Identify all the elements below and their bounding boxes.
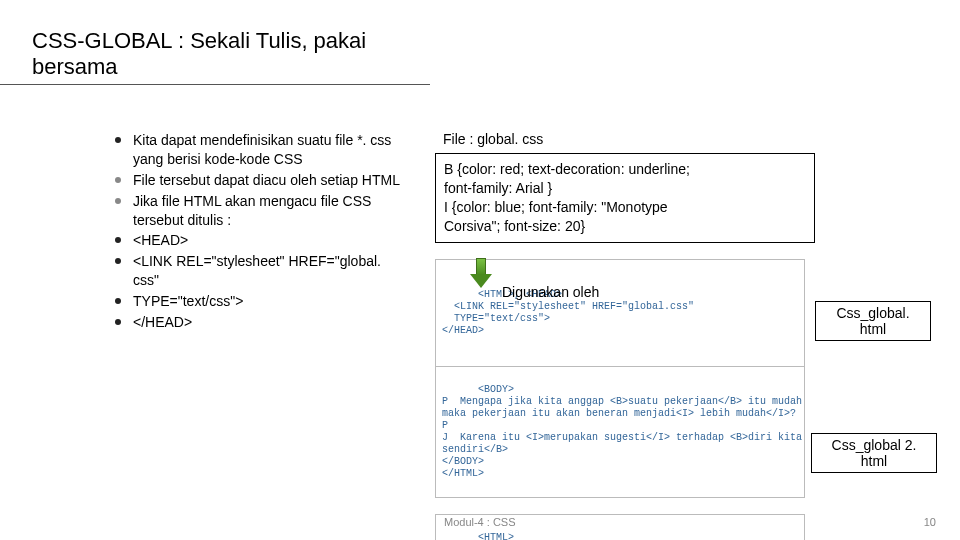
down-arrow-icon xyxy=(470,258,492,290)
left-column: Kita dapat mendefinisikan suatu file *. … xyxy=(115,131,405,540)
bullet-icon xyxy=(115,177,121,183)
overlay-label: Digunakan oleh xyxy=(502,284,599,301)
bullet-text: <HEAD> xyxy=(133,231,188,250)
bullet-text: Jika file HTML akan mengacu file CSS ter… xyxy=(133,192,405,230)
bullet-icon xyxy=(115,237,121,243)
content-area: Kita dapat mendefinisikan suatu file *. … xyxy=(0,85,960,540)
filename-tag-1: Css_global. html xyxy=(815,301,931,341)
bullet-text: TYPE="text/css"> xyxy=(133,292,243,311)
code-body: <BODY> P Mengapa jika kita anggap <B>sua… xyxy=(442,384,802,479)
file-label: File : global. css xyxy=(443,131,905,147)
list-item: Kita dapat mendefinisikan suatu file *. … xyxy=(115,131,405,169)
bullet-icon xyxy=(115,258,121,264)
bullet-text: <LINK REL="stylesheet" HREF="global. css… xyxy=(133,252,405,290)
css-line: font-family: Arial } xyxy=(444,179,806,198)
bullet-text: </HEAD> xyxy=(133,313,192,332)
list-item: <HEAD> xyxy=(115,231,405,250)
list-item: <LINK REL="stylesheet" HREF="global. css… xyxy=(115,252,405,290)
list-item: Jika file HTML akan mengacu file CSS ter… xyxy=(115,192,405,230)
bullet-icon xyxy=(115,319,121,325)
list-item: TYPE="text/css"> xyxy=(115,292,405,311)
bullet-icon xyxy=(115,198,121,204)
list-item: </HEAD> xyxy=(115,313,405,332)
css-line: Corsiva"; font-size: 20} xyxy=(444,217,806,236)
right-column: File : global. css B {color: red; text-d… xyxy=(435,131,905,540)
bullet-text: File tersebut dapat diacu oleh setiap HT… xyxy=(133,171,400,190)
bullet-text: Kita dapat mendefinisikan suatu file *. … xyxy=(133,131,405,169)
filename-tag-2: Css_global 2. html xyxy=(811,433,937,473)
bullet-icon xyxy=(115,298,121,304)
css-line: B {color: red; text-decoration: underlin… xyxy=(444,160,806,179)
page-number: 10 xyxy=(924,516,936,528)
slide-title: CSS-GLOBAL : Sekali Tulis, pakai bersama xyxy=(0,0,430,85)
code-head: <HTML> <HEAD> <LINK REL="stylesheet" HRE… xyxy=(442,532,682,540)
footer-module: Modul-4 : CSS xyxy=(444,516,516,528)
css-line: I {color: blue; font-family: "Monotype xyxy=(444,198,806,217)
html-snippet-1: <HTML>, <HEAD> <LINK REL="stylesheet" HR… xyxy=(435,259,805,498)
bullet-icon xyxy=(115,137,121,143)
list-item: File tersebut dapat diacu oleh setiap HT… xyxy=(115,171,405,190)
css-code-box: B {color: red; text-decoration: underlin… xyxy=(435,153,815,243)
